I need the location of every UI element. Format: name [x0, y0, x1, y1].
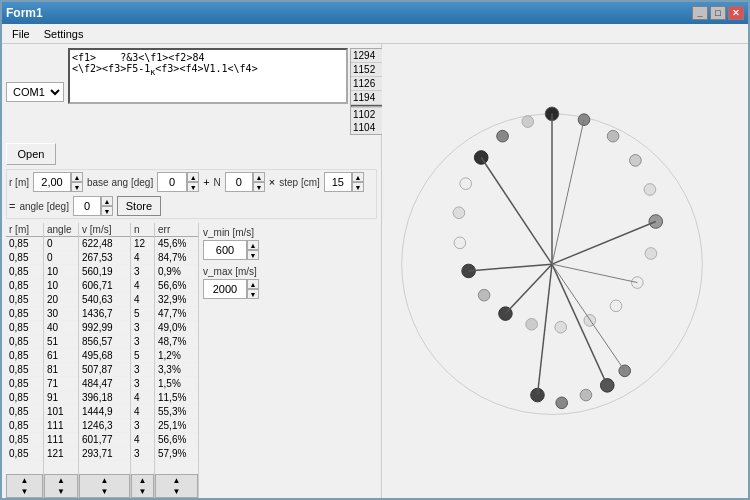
- serial-line2: <\f2><f3>F5-1к<f3><f4>V1.1<\f4>: [72, 63, 344, 77]
- params-row: r [m] ▲ ▼ base ang [deg] ▲ ▼ +: [6, 169, 377, 219]
- vmin-down[interactable]: ▼: [247, 250, 259, 260]
- col-angle-cells: 0010 102030 405161 817191 101111111 121: [44, 237, 78, 474]
- n-label: N: [214, 177, 221, 188]
- col-n-cells: 1243 445 335 334 434 3: [131, 237, 154, 474]
- r-scroll-up[interactable]: ▲: [20, 475, 30, 486]
- angle-scroll-up[interactable]: ▲: [56, 475, 66, 486]
- base-ang-label: base ang [deg]: [87, 177, 153, 188]
- angle-down[interactable]: ▼: [101, 206, 113, 216]
- err-scroll-up[interactable]: ▲: [172, 475, 182, 486]
- step-label: step [cm]: [279, 177, 320, 188]
- svg-line-25: [469, 264, 552, 271]
- svg-point-21: [522, 116, 534, 128]
- angle-up[interactable]: ▲: [101, 196, 113, 206]
- vmin-vmax-panel: v_min [m/s] ▲ ▼ v_max [m/s]: [199, 223, 377, 498]
- restore-button[interactable]: □: [710, 6, 726, 20]
- vmax-label: v_max [m/s]: [203, 266, 373, 277]
- step-up[interactable]: ▲: [352, 172, 364, 182]
- svg-point-14: [478, 289, 490, 301]
- open-button[interactable]: Open: [6, 143, 56, 165]
- circle-visualization: [392, 54, 712, 484]
- svg-point-17: [453, 207, 465, 219]
- vmax-row: v_max [m/s] ▲ ▼: [203, 266, 373, 299]
- vmax-spinbox: ▲ ▼: [203, 279, 373, 299]
- v-scroll-down[interactable]: ▼: [100, 486, 110, 497]
- serial-line1: <f1> ?&3<\f1><f2>84: [72, 52, 344, 63]
- right-panel: [382, 44, 748, 500]
- store-button[interactable]: Store: [117, 196, 161, 216]
- cell-r-15: 0,85: [6, 433, 43, 447]
- cell-r-10: 0,85: [6, 363, 43, 377]
- svg-line-24: [505, 264, 552, 313]
- r-scroll-down[interactable]: ▼: [20, 486, 30, 497]
- menu-file[interactable]: File: [6, 26, 36, 42]
- plus-label: +: [203, 176, 209, 188]
- svg-line-27: [552, 120, 584, 264]
- err-scroll-ctrl: ▲ ▼: [155, 474, 198, 498]
- n-scroll-down[interactable]: ▼: [138, 486, 148, 497]
- cell-r-3: 0,85: [6, 265, 43, 279]
- n-down[interactable]: ▼: [253, 182, 265, 192]
- r-input[interactable]: [33, 172, 71, 192]
- n-input[interactable]: [225, 172, 253, 192]
- cell-r-11: 0,85: [6, 377, 43, 391]
- vmin-input[interactable]: [203, 240, 247, 260]
- svg-line-23: [552, 221, 656, 264]
- com-row: COM1 <f1> ?&3<\f1><f2>84 <\f2><f3>F5-1к<…: [6, 48, 377, 135]
- r-down[interactable]: ▼: [71, 182, 83, 192]
- base-ang-up[interactable]: ▲: [187, 172, 199, 182]
- serial-text-area: <f1> ?&3<\f1><f2>84 <\f2><f3>F5-1к<f3><f…: [68, 48, 348, 104]
- cell-r-14: 0,85: [6, 419, 43, 433]
- vmax-up[interactable]: ▲: [247, 279, 259, 289]
- err-scroll-down[interactable]: ▼: [172, 486, 182, 497]
- n-scroll-up[interactable]: ▲: [138, 475, 148, 486]
- cell-r-4: 0,85: [6, 279, 43, 293]
- base-ang-down[interactable]: ▼: [187, 182, 199, 192]
- menu-settings[interactable]: Settings: [38, 26, 90, 42]
- col-err-header: err: [155, 223, 198, 237]
- col-r-scroll[interactable]: 0,85 0,85 0,85 0,85 0,85 0,85 0,85 0,85 …: [6, 237, 43, 474]
- base-ang-input[interactable]: [157, 172, 187, 192]
- v-scroll-up[interactable]: ▲: [100, 475, 110, 486]
- main-window: Form1 _ □ ✕ File Settings COM1 <f: [0, 0, 750, 500]
- svg-point-31: [580, 389, 592, 401]
- title-bar-buttons: _ □ ✕: [692, 6, 744, 20]
- col-v-header: v [m/s]: [79, 223, 130, 237]
- svg-line-28: [552, 264, 637, 282]
- angle-input[interactable]: [73, 196, 101, 216]
- vmin-row: v_min [m/s] ▲ ▼: [203, 227, 373, 260]
- cell-r-12: 0,85: [6, 391, 43, 405]
- svg-point-11: [555, 321, 567, 333]
- svg-point-7: [645, 248, 657, 260]
- menu-bar: File Settings: [2, 24, 748, 44]
- equals-label: =: [9, 200, 15, 212]
- step-input[interactable]: [324, 172, 352, 192]
- n-scroll-ctrl: ▲ ▼: [131, 474, 154, 498]
- vmin-up[interactable]: ▲: [247, 240, 259, 250]
- minimize-button[interactable]: _: [692, 6, 708, 20]
- cell-r-13: 0,85: [6, 405, 43, 419]
- svg-point-3: [607, 130, 619, 142]
- col-r-header: r [m]: [6, 223, 43, 237]
- cell-r-5: 0,85: [6, 293, 43, 307]
- step-down[interactable]: ▼: [352, 182, 364, 192]
- col-r: r [m] 0,85 0,85 0,85 0,85 0,85 0,85 0,85…: [6, 223, 44, 498]
- angle-scroll-down[interactable]: ▼: [56, 486, 66, 497]
- n-up[interactable]: ▲: [253, 172, 265, 182]
- col-n-header: n: [131, 223, 154, 237]
- base-ang-spinbox: ▲ ▼: [157, 172, 199, 192]
- com-select[interactable]: COM1: [6, 82, 64, 102]
- cell-r-2: 0,85: [6, 251, 43, 265]
- left-panel: COM1 <f1> ?&3<\f1><f2>84 <\f2><f3>F5-1к<…: [2, 44, 382, 500]
- svg-point-12: [526, 318, 538, 330]
- r-spinbox: ▲ ▼: [33, 172, 83, 192]
- data-section: r [m] 0,85 0,85 0,85 0,85 0,85 0,85 0,85…: [6, 223, 377, 498]
- angle-scroll-ctrl: ▲ ▼: [44, 474, 78, 498]
- angle-label: angle [deg]: [19, 201, 69, 212]
- close-button[interactable]: ✕: [728, 6, 744, 20]
- cell-r-1: 0,85: [6, 237, 43, 251]
- r-up[interactable]: ▲: [71, 172, 83, 182]
- n-spinbox: ▲ ▼: [225, 172, 265, 192]
- vmax-input[interactable]: [203, 279, 247, 299]
- vmax-down[interactable]: ▼: [247, 289, 259, 299]
